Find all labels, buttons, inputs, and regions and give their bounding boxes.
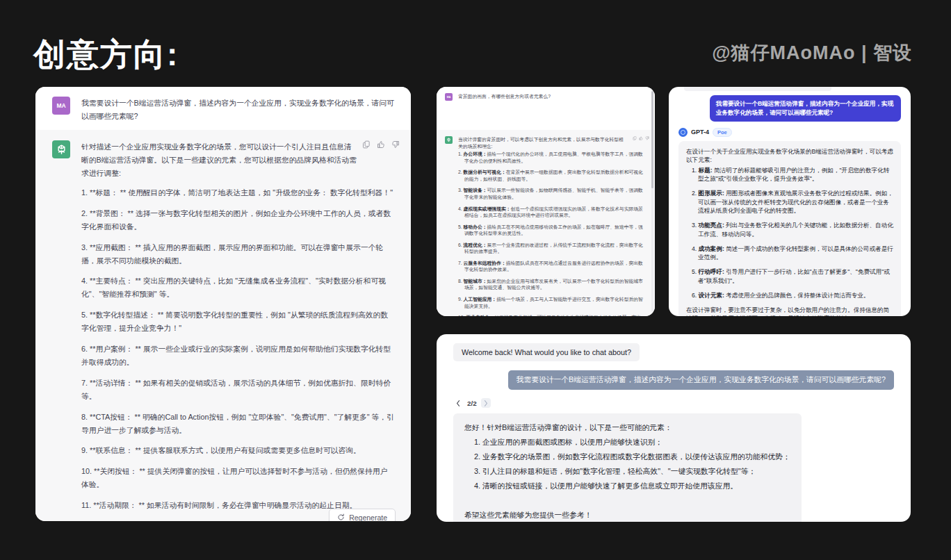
chatgpt-background-ideas-card: MA 背景图的画面，有哪些创意方向或者元素么? 当设计弹窗的背景图时，可以考虑以… [437,87,655,316]
assistant-list-item: 4. **主要特点： ** 突出应用的关键特点，比如 "无缝集成各业务流程"、"… [81,274,394,301]
chatgpt-avatar [445,136,453,144]
reply-list-item: 1. 标题: 简洁明了的标题能够吸引用户的注意力，例如，"开启您的数字化转型之旅… [686,166,893,183]
author-credit: @猫仔MAoMAo | 智设 [712,40,912,65]
user-message: 背景图的画面，有哪些创意方向或者元素么? [458,93,647,124]
assistant-list-item: 5. **数字化转型描述： ** 简要说明数字化转型的重要性，例如 "从繁琐的纸… [81,308,394,335]
assistant-list-item: 2. 数据分析与可视化：在背景中展示一组数据图表，突出数字化转型后数据分析和可视… [458,169,645,182]
copy-icon[interactable] [633,136,637,140]
poe-badge: Poe [713,128,732,137]
bot-reply-bubble: 在设计一个关于企业应用实现业务数字化场景的B端运营活动弹窗时，可以考虑以下元素:… [678,141,901,316]
assistant-list-item: 7. 云服务和远程协作：描绘团队成员在不同地点通过云服务进行远程协作的场景，突出… [458,260,645,273]
next-response-button[interactable] [481,398,491,408]
thumbs-down-icon[interactable] [645,136,649,140]
response-pagination: 2/2 [453,398,491,408]
user-avatar: MA [52,97,70,115]
scrollbar-thumb[interactable] [651,91,653,188]
thumbs-down-icon[interactable] [391,140,400,149]
previous-bubble-fragment [684,87,831,91]
reply-list-item: 4. 清晰的按钮或链接，以便用户能够快速了解更多信息或立即开始使用该应用。 [464,479,790,493]
assistant-list-item: 7. **活动详情： ** 如果有相关的促销或活动，展示活动的具体细节，例如优惠… [81,377,394,403]
assistant-list-item: 10. 工业自动化：如果涉及工业领域，可以展示自动化生产线或机器人操作的场景，突… [458,314,645,316]
thumbs-up-icon[interactable] [639,136,643,140]
reply-intro: 在设计一个关于企业应用实现业务数字化场景的B端运营活动弹窗时，可以考虑以下元素: [686,147,893,165]
regenerate-button[interactable]: Regenerate [329,509,396,521]
message-actions [633,136,649,140]
bot-reply-bubble: 您好！针对B端运营活动弹窗的设计，以下是一些可能的元素： 1. 企业应用的界面截… [453,413,802,522]
assistant-list-item: 3. 智能设备：可以展示一些智能设备，如物联网传感器、智能手机、智能手表等，强调… [458,187,645,200]
thumbs-up-icon[interactable] [377,140,385,149]
assistant-message-row: 当设计弹窗的背景图时，可以考虑以下创意方向和元素，以展示与数字化转型相关的场景和… [437,130,655,316]
bot-name: GPT-4 [691,129,709,135]
regenerate-icon [337,513,345,521]
reply-list-item: 1. 企业应用的界面截图或图标，以便用户能够快速识别； [464,435,790,450]
assistant-list-item: 2. **背景图： ** 选择一张与数字化转型相关的图片，例如企业办公环境中工作… [81,207,394,233]
openai-logo-icon [446,138,451,142]
reply-item-list: 1. 企业应用的界面截图或图标，以便用户能够快速识别；2. 业务数字化的场景图，… [464,435,790,493]
bot-greeting-bubble: Welcome back! What would you like to cha… [453,343,640,361]
assistant-list-item: 9. 人工智能应用：描绘一个场景，员工与人工智能助手进行交互，突出数字化转型后的… [458,296,645,309]
poe-conversation-card: 我需要设计一个B端运营活动弹窗，描述内容为一个企业应用，实现业务数字化的场景，请… [669,87,911,316]
scrollbar-track[interactable] [651,91,653,312]
reply-list-item: 5. 行动呼吁: 引导用户进行下一步行动，比如"点击了解更多"、"免费试用"或者… [686,267,893,285]
gpt4-avatar [678,128,688,137]
reply-closing: 在设计弹窗时，要注意不要过于复杂，以免分散用户的注意力。保持信息的简洁明了，并引… [686,306,893,316]
user-message-bubble: 我需要设计一个B端运营活动弹窗，描述内容为一个企业应用，实现业务数字化的场景，请… [508,370,894,390]
reply-list-item: 4. 成功案例: 简述一两个成功的数字化转型案例，可以是具体的公司或者是行业范例… [686,245,893,262]
pagination-label: 2/2 [467,400,477,407]
openai-logo-icon [56,144,67,156]
assistant-message-row: 针对描述一个企业应用实现业务数字化的场景，您可以设计一个引人注目且信息清晰的B端… [35,130,411,521]
copy-icon[interactable] [362,140,371,149]
assistant-item-list: 1. **标题： ** 使用醒目的字体，简洁明了地表达主题，如 "升级您的业务：… [81,186,394,521]
assistant-list-item: 10. **关闭按钮： ** 提供关闭弹窗的按钮，让用户可以选择暂时不参与活动，… [81,465,394,491]
assistant-list-item: 9. **联系信息： ** 提供客服联系方式，以便用户有疑问或需要更多信息时可以… [81,444,394,457]
reply-list-item: 3. 功能亮点: 列出与业务数字化相关的几个关键功能，比如数据分析、自动化工作流… [686,221,893,238]
assistant-list-item: 1. **标题： ** 使用醒目的字体，简洁明了地表达主题，如 "升级您的业务：… [81,186,394,199]
reply-item-list: 1. 标题: 简洁明了的标题能够吸引用户的注意力，例如，"开启您的数字化转型之旅… [686,166,893,299]
assistant-list-item: 5. 移动办公：描绘员工在不同地点使用移动设备工作的场景，如在咖啡厅、旅途中等，… [458,224,645,237]
chatgpt-conversation-card: MA 我需要设计一个B端运营活动弹窗，描述内容为一个企业应用，实现业务数字化的场… [35,87,411,521]
assistant-list-item: 6. 流程优化：展示一个业务流程的改进过程，从传统手工流程到数字化流程，突出数字… [458,242,645,255]
assistant-item-list: 1. 办公环境：描绘一个现代化的办公环境，员工使用电脑、平板电脑等数字工具，强调… [458,151,645,316]
chevron-right-icon [484,400,488,406]
bot-header: GPT-4 Poe [678,128,901,137]
message-actions [362,140,400,149]
assistant-intro: 当设计弹窗的背景图时，可以考虑以下创意方向和元素，以展示与数字化转型相关的场景和… [458,136,645,149]
assistant-list-item: 6. **用户案例： ** 展示一些企业或行业的实际案例，说明应用是如何帮助他们… [81,343,394,369]
page-title: 创意方向: [33,33,179,76]
user-message-row: MA 背景图的画面，有哪些创意方向或者元素么? [437,87,655,130]
canvas: 创意方向: @猫仔MAoMAo | 智设 MA 我需要设计一个B端运营活动弹窗，… [0,0,951,560]
chatgpt-avatar [52,140,70,158]
assistant-list-item: 8. 智能城市：如果您的企业应用与城市发展有关，可以展示一个数字化转型后的智能城… [458,278,645,291]
reply-list-item: 6. 设计元素: 考虑使用企业的品牌颜色，保持整体设计简洁而专业。 [686,291,893,299]
bing-conversation-card: Welcome back! What would you like to cha… [437,334,911,522]
reply-list-item: 2. 业务数字化的场景图，例如数字化流程图或数字化数据图表，以便传达该应用的功能… [464,450,790,464]
chevron-left-icon [456,400,460,406]
regenerate-label: Regenerate [349,513,387,521]
user-message-row: MA 我需要设计一个B端运营活动弹窗，描述内容为一个企业应用，实现业务数字化的场… [35,87,411,130]
reply-closing: 希望这些元素能够为您提供一些参考！ [464,508,790,522]
assistant-list-item: 4. 虚拟现实或增强现实：创造一个虚拟现实或增强现实的场景，将数字化技术与实际场… [458,206,645,219]
user-avatar: MA [445,93,453,101]
reply-list-item: 3. 引人注目的标题和短语，例如"数字化管理，轻松高效"、"一键实现数字化转型"… [464,464,790,479]
assistant-list-item: 8. **CTA按钮： ** 明确的Call to Action按钮，例如 "立… [81,411,394,437]
reply-list-item: 2. 图形展示: 用图形或者图像来直观地展示业务数字化的过程或结果。例如，可以画… [686,189,893,215]
user-message: 我需要设计一个B端运营活动弹窗，描述内容为一个企业应用，实现业务数字化的场景，请… [81,97,394,120]
assistant-list-item: 1. 办公环境：描绘一个现代化的办公环境，员工使用电脑、平板电脑等数字工具，强调… [458,151,645,164]
user-message-bubble: 我需要设计一个B端运营活动弹窗，描述内容为一个企业应用，实现业务数字化的场景，请… [710,95,901,122]
assistant-intro: 针对描述一个企业应用实现业务数字化的场景，您可以设计一个引人注目且信息清晰的B端… [81,140,394,180]
previous-response-button[interactable] [453,398,463,408]
assistant-list-item: 3. **应用截图： ** 插入应用的界面截图，展示应用的界面和功能。可以在弹窗… [81,241,394,267]
reply-intro: 您好！针对B端运营活动弹窗的设计，以下是一些可能的元素： [464,420,790,435]
